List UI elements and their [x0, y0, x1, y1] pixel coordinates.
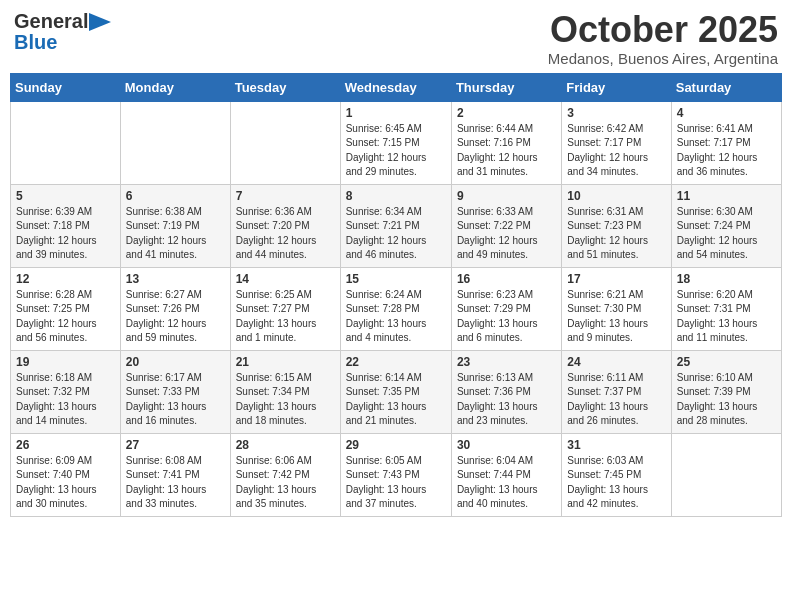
calendar-cell: 11Sunrise: 6:30 AM Sunset: 7:24 PM Dayli… — [671, 184, 781, 267]
calendar-header-monday: Monday — [120, 73, 230, 101]
title-block: October 2025 Medanos, Buenos Aires, Arge… — [548, 10, 778, 67]
day-number: 31 — [567, 438, 665, 452]
day-info: Sunrise: 6:42 AM Sunset: 7:17 PM Dayligh… — [567, 122, 665, 180]
calendar-cell: 27Sunrise: 6:08 AM Sunset: 7:41 PM Dayli… — [120, 433, 230, 516]
calendar-cell: 20Sunrise: 6:17 AM Sunset: 7:33 PM Dayli… — [120, 350, 230, 433]
calendar-week-row: 19Sunrise: 6:18 AM Sunset: 7:32 PM Dayli… — [11, 350, 782, 433]
calendar-cell: 1Sunrise: 6:45 AM Sunset: 7:15 PM Daylig… — [340, 101, 451, 184]
calendar-cell: 26Sunrise: 6:09 AM Sunset: 7:40 PM Dayli… — [11, 433, 121, 516]
calendar-cell: 16Sunrise: 6:23 AM Sunset: 7:29 PM Dayli… — [451, 267, 561, 350]
calendar-cell: 4Sunrise: 6:41 AM Sunset: 7:17 PM Daylig… — [671, 101, 781, 184]
day-number: 24 — [567, 355, 665, 369]
day-number: 17 — [567, 272, 665, 286]
calendar-cell — [671, 433, 781, 516]
day-info: Sunrise: 6:23 AM Sunset: 7:29 PM Dayligh… — [457, 288, 556, 346]
day-info: Sunrise: 6:18 AM Sunset: 7:32 PM Dayligh… — [16, 371, 115, 429]
calendar-table: SundayMondayTuesdayWednesdayThursdayFrid… — [10, 73, 782, 517]
day-number: 27 — [126, 438, 225, 452]
calendar-cell: 19Sunrise: 6:18 AM Sunset: 7:32 PM Dayli… — [11, 350, 121, 433]
calendar-cell: 17Sunrise: 6:21 AM Sunset: 7:30 PM Dayli… — [562, 267, 671, 350]
calendar-cell: 13Sunrise: 6:27 AM Sunset: 7:26 PM Dayli… — [120, 267, 230, 350]
page-header: General Blue October 2025 Medanos, Bueno… — [10, 10, 782, 67]
calendar-cell — [11, 101, 121, 184]
day-info: Sunrise: 6:31 AM Sunset: 7:23 PM Dayligh… — [567, 205, 665, 263]
calendar-week-row: 5Sunrise: 6:39 AM Sunset: 7:18 PM Daylig… — [11, 184, 782, 267]
calendar-header-row: SundayMondayTuesdayWednesdayThursdayFrid… — [11, 73, 782, 101]
day-number: 18 — [677, 272, 776, 286]
calendar-cell: 3Sunrise: 6:42 AM Sunset: 7:17 PM Daylig… — [562, 101, 671, 184]
calendar-week-row: 1Sunrise: 6:45 AM Sunset: 7:15 PM Daylig… — [11, 101, 782, 184]
calendar-cell: 12Sunrise: 6:28 AM Sunset: 7:25 PM Dayli… — [11, 267, 121, 350]
day-info: Sunrise: 6:11 AM Sunset: 7:37 PM Dayligh… — [567, 371, 665, 429]
day-number: 26 — [16, 438, 115, 452]
logo: General Blue — [14, 10, 111, 54]
day-number: 11 — [677, 189, 776, 203]
calendar-cell — [230, 101, 340, 184]
day-info: Sunrise: 6:36 AM Sunset: 7:20 PM Dayligh… — [236, 205, 335, 263]
calendar-header-wednesday: Wednesday — [340, 73, 451, 101]
day-number: 10 — [567, 189, 665, 203]
day-info: Sunrise: 6:10 AM Sunset: 7:39 PM Dayligh… — [677, 371, 776, 429]
calendar-cell: 18Sunrise: 6:20 AM Sunset: 7:31 PM Dayli… — [671, 267, 781, 350]
day-info: Sunrise: 6:38 AM Sunset: 7:19 PM Dayligh… — [126, 205, 225, 263]
calendar-week-row: 26Sunrise: 6:09 AM Sunset: 7:40 PM Dayli… — [11, 433, 782, 516]
day-number: 14 — [236, 272, 335, 286]
calendar-cell: 15Sunrise: 6:24 AM Sunset: 7:28 PM Dayli… — [340, 267, 451, 350]
day-info: Sunrise: 6:27 AM Sunset: 7:26 PM Dayligh… — [126, 288, 225, 346]
day-info: Sunrise: 6:21 AM Sunset: 7:30 PM Dayligh… — [567, 288, 665, 346]
day-info: Sunrise: 6:04 AM Sunset: 7:44 PM Dayligh… — [457, 454, 556, 512]
calendar-cell: 25Sunrise: 6:10 AM Sunset: 7:39 PM Dayli… — [671, 350, 781, 433]
day-info: Sunrise: 6:09 AM Sunset: 7:40 PM Dayligh… — [16, 454, 115, 512]
day-info: Sunrise: 6:06 AM Sunset: 7:42 PM Dayligh… — [236, 454, 335, 512]
calendar-header-thursday: Thursday — [451, 73, 561, 101]
calendar-cell: 8Sunrise: 6:34 AM Sunset: 7:21 PM Daylig… — [340, 184, 451, 267]
calendar-cell: 21Sunrise: 6:15 AM Sunset: 7:34 PM Dayli… — [230, 350, 340, 433]
day-info: Sunrise: 6:08 AM Sunset: 7:41 PM Dayligh… — [126, 454, 225, 512]
logo-general: General — [14, 10, 88, 33]
day-number: 16 — [457, 272, 556, 286]
day-info: Sunrise: 6:28 AM Sunset: 7:25 PM Dayligh… — [16, 288, 115, 346]
day-number: 25 — [677, 355, 776, 369]
calendar-cell: 31Sunrise: 6:03 AM Sunset: 7:45 PM Dayli… — [562, 433, 671, 516]
day-info: Sunrise: 6:05 AM Sunset: 7:43 PM Dayligh… — [346, 454, 446, 512]
calendar-cell: 6Sunrise: 6:38 AM Sunset: 7:19 PM Daylig… — [120, 184, 230, 267]
calendar-cell: 28Sunrise: 6:06 AM Sunset: 7:42 PM Dayli… — [230, 433, 340, 516]
day-info: Sunrise: 6:13 AM Sunset: 7:36 PM Dayligh… — [457, 371, 556, 429]
day-info: Sunrise: 6:17 AM Sunset: 7:33 PM Dayligh… — [126, 371, 225, 429]
day-number: 15 — [346, 272, 446, 286]
logo-arrow-icon — [89, 13, 111, 31]
calendar-cell: 22Sunrise: 6:14 AM Sunset: 7:35 PM Dayli… — [340, 350, 451, 433]
day-info: Sunrise: 6:20 AM Sunset: 7:31 PM Dayligh… — [677, 288, 776, 346]
day-number: 22 — [346, 355, 446, 369]
day-info: Sunrise: 6:30 AM Sunset: 7:24 PM Dayligh… — [677, 205, 776, 263]
day-info: Sunrise: 6:39 AM Sunset: 7:18 PM Dayligh… — [16, 205, 115, 263]
calendar-header-sunday: Sunday — [11, 73, 121, 101]
day-number: 12 — [16, 272, 115, 286]
day-info: Sunrise: 6:14 AM Sunset: 7:35 PM Dayligh… — [346, 371, 446, 429]
day-number: 28 — [236, 438, 335, 452]
calendar-week-row: 12Sunrise: 6:28 AM Sunset: 7:25 PM Dayli… — [11, 267, 782, 350]
calendar-cell: 2Sunrise: 6:44 AM Sunset: 7:16 PM Daylig… — [451, 101, 561, 184]
calendar-cell: 29Sunrise: 6:05 AM Sunset: 7:43 PM Dayli… — [340, 433, 451, 516]
day-info: Sunrise: 6:03 AM Sunset: 7:45 PM Dayligh… — [567, 454, 665, 512]
calendar-header-tuesday: Tuesday — [230, 73, 340, 101]
calendar-cell: 23Sunrise: 6:13 AM Sunset: 7:36 PM Dayli… — [451, 350, 561, 433]
day-number: 5 — [16, 189, 115, 203]
calendar-header-saturday: Saturday — [671, 73, 781, 101]
calendar-cell: 7Sunrise: 6:36 AM Sunset: 7:20 PM Daylig… — [230, 184, 340, 267]
calendar-cell: 5Sunrise: 6:39 AM Sunset: 7:18 PM Daylig… — [11, 184, 121, 267]
calendar-cell: 14Sunrise: 6:25 AM Sunset: 7:27 PM Dayli… — [230, 267, 340, 350]
day-info: Sunrise: 6:41 AM Sunset: 7:17 PM Dayligh… — [677, 122, 776, 180]
month-title: October 2025 — [548, 10, 778, 50]
calendar-cell: 9Sunrise: 6:33 AM Sunset: 7:22 PM Daylig… — [451, 184, 561, 267]
calendar-cell — [120, 101, 230, 184]
day-info: Sunrise: 6:33 AM Sunset: 7:22 PM Dayligh… — [457, 205, 556, 263]
day-number: 8 — [346, 189, 446, 203]
day-number: 7 — [236, 189, 335, 203]
day-number: 3 — [567, 106, 665, 120]
day-number: 1 — [346, 106, 446, 120]
day-info: Sunrise: 6:25 AM Sunset: 7:27 PM Dayligh… — [236, 288, 335, 346]
day-number: 29 — [346, 438, 446, 452]
day-number: 9 — [457, 189, 556, 203]
calendar-cell: 10Sunrise: 6:31 AM Sunset: 7:23 PM Dayli… — [562, 184, 671, 267]
